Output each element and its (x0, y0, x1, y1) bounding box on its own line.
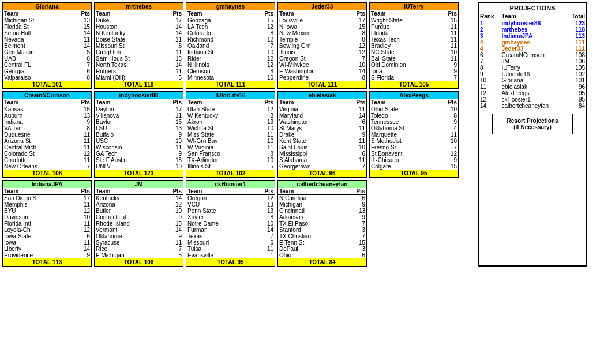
team-pts: 8 (69, 55, 91, 62)
panel-jeder33: Jeder33TeamPtsLouisville17N Iowa15New Me… (278, 2, 367, 89)
table-row: Boise State11 (95, 36, 183, 43)
team-pts: 10 (437, 49, 458, 55)
team-col-header: Team (186, 188, 252, 195)
team-name: Gonzaga (186, 17, 250, 24)
proj-col-header: Total (565, 13, 586, 20)
table-row: Drake9 (278, 132, 366, 138)
team-name: Central FL (3, 62, 69, 68)
team-pts: 11 (69, 36, 91, 43)
team-pts: 15 (69, 24, 91, 30)
team-name: Texas Tech (370, 36, 437, 43)
proj-rank: 10 (479, 77, 500, 84)
table-row: Kent State11 (278, 138, 366, 144)
team-name: WI-Grn Bay (186, 138, 253, 144)
table-row: S Methodist10 (370, 138, 458, 144)
team-pts: 10 (252, 220, 275, 227)
projections-panel: PROJECTIONSRankTeamTotal1indyhoosier8812… (478, 2, 587, 267)
team-name: Kentucky (95, 195, 162, 202)
team-name: San Fransco (186, 151, 253, 157)
panel-title-mrthebes: mrthebes (95, 3, 183, 10)
table-row: E Washington14 (278, 68, 366, 74)
table-row: TX Christian7 (278, 233, 366, 239)
team-name: WI-Milwkee (278, 62, 346, 68)
table-row: Syracuse11 (95, 239, 183, 246)
team-pts: 7 (437, 74, 458, 81)
proj-table-row: 1indyhoosier88123 (479, 20, 586, 27)
team-name: Nevada (3, 36, 69, 43)
team-name: Oakland (186, 43, 250, 49)
panel-total-ebielasiak: TOTAL 96 (278, 170, 366, 177)
table-row: San Fransco8 (186, 151, 275, 157)
team-name: Louisville (278, 17, 346, 24)
team-pts: 11 (70, 157, 91, 163)
proj-col-header: Team (500, 13, 565, 20)
team-col-header: Team (95, 10, 162, 17)
panel-iuterry: IUTerryTeamPtsWright State15Purdue11Flor… (369, 2, 459, 89)
table-row: Ste F Austin18 (95, 157, 183, 163)
pts-col-header: Pts (70, 188, 91, 195)
team-name: UAB (3, 55, 69, 62)
team-name: Stanford (278, 227, 344, 233)
team-pts: 6 (252, 239, 275, 246)
resort-projections-box[interactable]: Resort Projections(If Necessary) (492, 114, 573, 134)
table-row: Florida11 (370, 30, 458, 36)
pts-col-header: Pts (253, 99, 275, 106)
team-pts: 10 (253, 125, 275, 132)
team-name: LSU (95, 125, 160, 132)
team-pts: 10 (250, 49, 275, 55)
table-row: St Bonavent12 (370, 151, 458, 157)
panel-total-ckhoosier1: TOTAL 95 (186, 258, 275, 266)
panel-ebielasiak: ebielasiakTeamPtsVirginia11Maryland14Was… (278, 91, 367, 178)
panel-title-alexpeegs: AlexPeegs (370, 92, 458, 99)
team-name: Clemson (186, 68, 250, 74)
team-pts: 9 (162, 214, 183, 220)
team-name: Sam Hous St (95, 55, 162, 62)
table-row: Colorado St12 (3, 151, 91, 157)
team-pts: 10 (437, 106, 458, 113)
proj-total: 123 (565, 20, 586, 27)
team-pts: 3 (344, 246, 366, 252)
team-name: Oklahoma St (370, 125, 437, 132)
team-pts: 5 (162, 252, 183, 258)
panel-title-ebielasiak: ebielasiak (278, 92, 366, 99)
proj-table-row: 7JM106 (479, 58, 586, 65)
team-name: Old Dominion (370, 62, 437, 68)
team-pts: 8 (162, 43, 183, 49)
team-pts: 3 (344, 227, 366, 233)
team-pts: 1 (252, 252, 275, 258)
table-row: Memphis11 (3, 201, 91, 208)
team-name: Missouri St (95, 43, 162, 49)
team-name: TX Christian (278, 233, 344, 239)
table-row: Missouri St8 (95, 43, 183, 49)
pts-col-header: Pts (346, 10, 366, 17)
table-row: VCU13 (186, 201, 275, 208)
team-pts: 12 (162, 201, 183, 208)
proj-total: 113 (565, 33, 586, 39)
panel-total-creamncrimson: TOTAL 108 (3, 170, 91, 177)
team-pts: 5 (253, 163, 275, 170)
team-name: Syracuse (95, 239, 162, 246)
team-col-header: Team (3, 188, 70, 195)
team-name: Illinois St (186, 163, 253, 170)
team-name: Saint Louis (278, 144, 344, 151)
team-name: Geo Mason (3, 49, 69, 55)
team-pts: 13 (162, 55, 183, 62)
table-row: TX-Arlington10 (186, 157, 275, 163)
team-pts: 7 (344, 163, 366, 170)
panel-total-gmhaynes: TOTAL 111 (186, 81, 275, 88)
team-name: Butler (95, 208, 162, 214)
table-row: W Virginia11 (186, 144, 275, 151)
team-pts: 9 (70, 252, 91, 258)
team-pts: 11 (437, 55, 458, 62)
team-pts: 5 (69, 49, 91, 55)
proj-rank: 11 (479, 84, 500, 90)
team-pts: 7 (346, 55, 366, 62)
table-row: Texas7 (186, 233, 275, 239)
team-name: Duquesne (3, 132, 70, 138)
team-name: Oklahoma (95, 233, 162, 239)
team-name: St Bonavent (370, 151, 437, 157)
table-row: Old Dominion9 (370, 62, 458, 68)
table-row: Toledo8 (370, 112, 458, 119)
team-pts: 12 (250, 55, 275, 62)
panel-title-creamncrimson: CreamNCrimson (3, 92, 91, 99)
